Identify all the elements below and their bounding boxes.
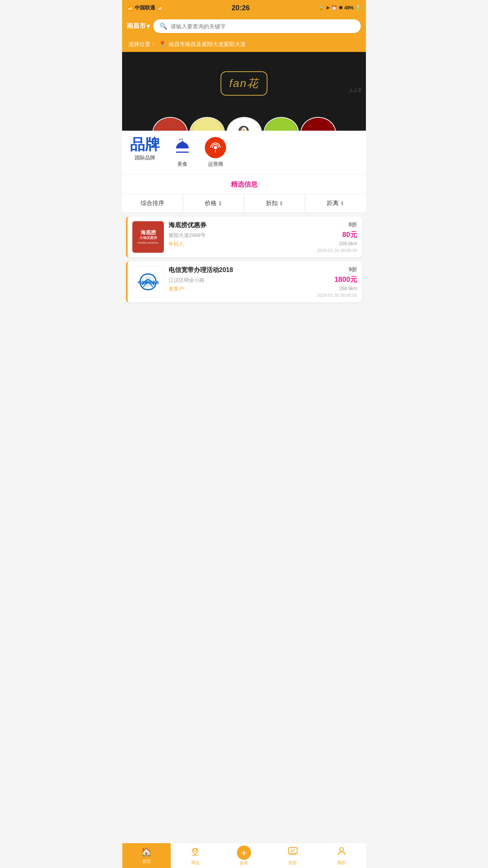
sort-price-arrow: ▲▼ <box>218 200 222 206</box>
brand-icon: 品牌 <box>130 137 160 152</box>
banner-dishes: 🍳 <box>122 115 366 131</box>
listing-date-2: 2018-01-31 00:00:00 <box>317 293 357 298</box>
sort-discount-label: 折扣 <box>266 200 278 207</box>
dish-1 <box>152 117 188 131</box>
sort-price[interactable]: 价格 ▲▼ <box>183 194 244 212</box>
category-operator[interactable]: 运营商 <box>205 137 226 168</box>
status-bar: 📶 中国联通 📶 20:26 🔒 ➤ ⏰ ✱ 49% 🔋 <box>122 0 366 16</box>
lock-icon: 🔒 <box>318 5 324 11</box>
status-time: 20:26 <box>232 4 250 12</box>
listing-item[interactable]: 海底捞 火锅优惠券 HaiDiLaoHeDu 海底捞优惠券 紫阳大道2999号 … <box>126 217 362 257</box>
category-brand[interactable]: 品牌 国际品牌 <box>130 137 160 161</box>
banner-main: fan花 <box>122 52 366 115</box>
signal-icon: 📶 <box>127 5 133 11</box>
search-input[interactable] <box>171 23 354 30</box>
listing-name-1: 海底捞优惠券 <box>169 221 312 229</box>
header: 南昌市 ▾ 🔍 <box>122 16 366 38</box>
logo-text: fan花 <box>229 77 259 89</box>
listing-info-2: 电信宽带办理活动2018 江汉区明金小路 老客户 <box>169 266 312 292</box>
listing-distance-1: 269.6km <box>339 241 357 246</box>
sort-discount-arrow: ▲▼ <box>279 200 283 206</box>
operator-label: 运营商 <box>208 161 223 168</box>
listing-right-1: 8折 80元 269.6km 2018-01-31 00:00:00 <box>317 221 357 253</box>
bluetooth-icon: ✱ <box>339 5 343 11</box>
listing-right-2: 9折 1800元 268.9km 2018-01-31 00:00:00 <box>317 266 357 298</box>
listing-item[interactable]: 中国移动通信 电信宽带办理活动2018 江汉区明金小路 老客户 9折 1800元… <box>126 261 362 302</box>
listing-address-1: 紫阳大道2999号 <box>169 232 312 239</box>
listing-address-2: 江汉区明金小路 <box>169 277 312 284</box>
battery-label: 49% <box>344 5 354 11</box>
svg-point-0 <box>214 146 217 149</box>
listing-price-2: 1800元 <box>334 275 357 284</box>
brand-label: 国际品牌 <box>135 154 155 161</box>
wifi-icon: 📶 <box>157 5 163 11</box>
sort-distance-label: 距离 <box>327 200 339 207</box>
city-label: 南昌市 <box>127 22 146 30</box>
listings: 海底捞 火锅优惠券 HaiDiLaoHeDu 海底捞优惠券 紫阳大道2999号 … <box>122 213 366 306</box>
status-left: 📶 中国联通 📶 <box>127 4 163 11</box>
listing-discount-1: 8折 <box>349 221 357 228</box>
banner-watermark: 人人艺 <box>349 87 362 93</box>
sort-comprehensive-label: 综合排序 <box>141 200 164 207</box>
city-dropdown-icon: ▾ <box>147 22 150 30</box>
dish-4 <box>263 117 299 131</box>
carrier-label: 中国联通 <box>135 4 155 11</box>
listing-tag-1: 年轻人 <box>169 241 312 248</box>
featured-title: 精选信息 <box>122 174 366 194</box>
banner-logo: fan花 <box>221 71 267 96</box>
listing-distance-2: 268.9km <box>339 286 357 291</box>
location-icon: ➤ <box>326 5 330 11</box>
sort-price-label: 价格 <box>205 200 217 207</box>
sort-distance-arrow: ▲▼ <box>340 200 344 206</box>
listing-discount-2: 9折 <box>349 266 357 273</box>
dish-3: 🍳 <box>226 117 262 131</box>
operator-icon <box>205 137 226 158</box>
pin-icon: 📍 <box>158 41 166 48</box>
search-box[interactable]: 🔍 <box>153 19 361 33</box>
city-selector[interactable]: 南昌市 ▾ <box>127 22 150 30</box>
svg-text:中国移动通信: 中国移动通信 <box>137 281 159 285</box>
status-right: 🔒 ➤ ⏰ ✱ 49% 🔋 <box>318 5 361 11</box>
listing-name-2: 电信宽带办理活动2018 <box>169 266 312 274</box>
location-bar-label: 选择位置： <box>128 41 156 48</box>
food-icon <box>172 137 193 158</box>
search-icon: 🔍 <box>160 22 167 30</box>
sort-discount[interactable]: 折扣 ▲▼ <box>244 194 305 212</box>
food-label: 美食 <box>177 161 187 168</box>
sort-bar: 综合排序 价格 ▲▼ 折扣 ▲▼ 距离 ▲▼ <box>122 194 366 213</box>
listing-price-1: 80元 <box>342 230 357 239</box>
sort-distance[interactable]: 距离 ▲▼ <box>305 194 366 212</box>
listing-thumb-2: 中国移动通信 <box>132 266 164 298</box>
listing-tag-2: 老客户 <box>169 285 312 292</box>
sort-comprehensive[interactable]: 综合排序 <box>122 194 183 212</box>
listing-thumb-1: 海底捞 火锅优惠券 HaiDiLaoHeDu <box>132 221 164 253</box>
dish-5 <box>301 117 336 131</box>
category-food[interactable]: 美食 <box>172 137 193 168</box>
categories: 品牌 国际品牌 美食 运营商 <box>122 131 366 174</box>
location-bar[interactable]: 选择位置： 📍 南昌市南昌县紫阳大道紫阳大道 <box>122 38 366 52</box>
listing-date-1: 2018-01-31 00:00:00 <box>317 248 357 253</box>
listing-info-1: 海底捞优惠券 紫阳大道2999号 年轻人 <box>169 221 312 248</box>
battery-icon: 🔋 <box>355 5 361 11</box>
alarm-icon: ⏰ <box>331 5 337 11</box>
location-text: 南昌市南昌县紫阳大道紫阳大道 <box>169 41 246 48</box>
dish-2 <box>189 117 225 131</box>
banner: fan花 🍳 人人艺 <box>122 52 366 131</box>
